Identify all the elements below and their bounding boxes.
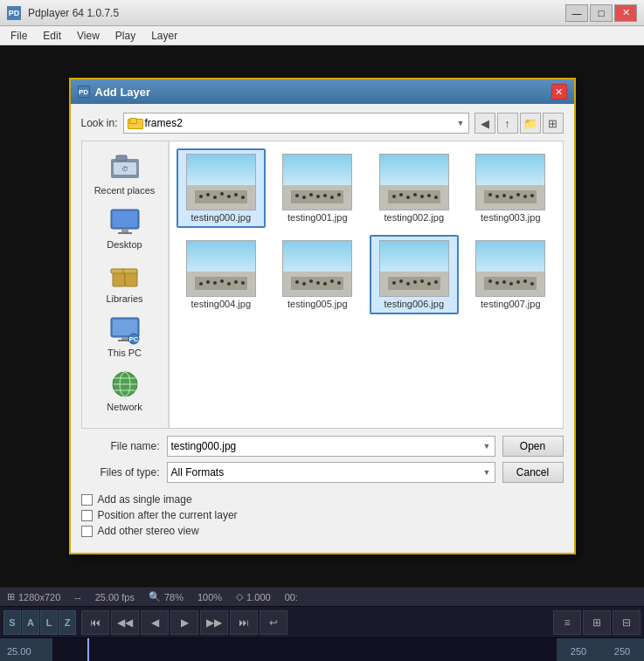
main-area: PD Add Layer ✕ Look in: frames2 ▼ — [0, 45, 644, 587]
sidebar-label-desktop: Desktop — [107, 239, 142, 250]
file-item-2[interactable]: testing002.jpg — [370, 148, 460, 228]
mode-btn-a[interactable]: A — [22, 610, 39, 635]
transport-loop[interactable]: ↩ — [260, 610, 287, 635]
menu-layer[interactable]: Layer — [144, 28, 184, 44]
timeline-playhead[interactable] — [87, 638, 89, 661]
nav-back-button[interactable]: ◀ — [474, 113, 495, 134]
dialog-title-bar: PD Add Layer ✕ — [71, 79, 574, 104]
svg-point-36 — [323, 194, 327, 197]
transport-extra-3[interactable]: ⊟ — [613, 610, 641, 635]
status-timecode: 00: — [285, 592, 298, 602]
close-button[interactable]: ✕ — [614, 4, 637, 22]
mode-btn-s[interactable]: S — [3, 610, 21, 635]
svg-rect-39 — [388, 190, 440, 203]
file-item-0[interactable]: testing000.jpg — [177, 148, 267, 228]
mode-btn-l[interactable]: L — [40, 610, 58, 635]
filename-value: testing000.jpg — [171, 440, 237, 452]
dialog-icon: PD — [78, 86, 90, 98]
svg-point-24 — [199, 195, 203, 198]
sidebar-label-this-pc: This PC — [107, 348, 142, 358]
sidebar-item-this-pc[interactable]: PC This PC — [90, 311, 160, 361]
svg-point-52 — [516, 193, 520, 196]
svg-point-46 — [434, 196, 438, 199]
nav-up-button[interactable]: ↑ — [497, 113, 518, 134]
svg-rect-5 — [113, 211, 137, 227]
maximize-button[interactable]: □ — [590, 4, 613, 22]
svg-point-82 — [502, 280, 506, 284]
transport-prev-frame[interactable]: ◀ — [141, 610, 169, 635]
svg-rect-14 — [121, 337, 128, 340]
menu-play[interactable]: Play — [108, 28, 142, 44]
mode-btn-z[interactable]: Z — [59, 610, 76, 635]
menu-view[interactable]: View — [70, 28, 107, 44]
file-name-1: testing001.jpg — [287, 212, 348, 223]
thumb-content-1 — [287, 186, 348, 208]
sidebar-item-recent-places[interactable]: ⏱ Recent places — [90, 148, 160, 199]
sidebar-label-recent: Recent places — [94, 185, 156, 196]
svg-point-66 — [309, 279, 313, 283]
svg-point-77 — [427, 282, 431, 286]
file-item-3[interactable]: testing003.jpg — [466, 148, 556, 228]
recent-places-icon: ⏱ — [109, 152, 141, 183]
menu-bar: File Edit View Play Layer — [0, 26, 644, 45]
view-toggle-button[interactable]: ⊞ — [543, 113, 564, 134]
status-scale: 100% — [197, 592, 222, 602]
minimize-button[interactable]: — — [565, 4, 588, 22]
checkbox-add-single[interactable] — [81, 494, 93, 506]
transport-extra-1[interactable]: ≡ — [553, 610, 581, 635]
lookin-dropdown[interactable]: frames2 ▼ — [123, 113, 469, 134]
svg-point-34 — [309, 193, 313, 196]
sidebar-item-network[interactable]: Network — [90, 365, 160, 416]
transport-skip-end[interactable]: ⏭ — [230, 610, 258, 635]
timeline-current-frame: 25.00 — [0, 638, 52, 661]
transport-next-frame[interactable]: ▶▶ — [200, 610, 228, 635]
file-item-5[interactable]: testing005.jpg — [273, 235, 363, 314]
checkbox-label-add-single: Add as single image — [98, 493, 192, 506]
timeline-track[interactable] — [52, 638, 557, 661]
menu-file[interactable]: File — [3, 28, 34, 44]
file-item-4[interactable]: testing004.jpg — [177, 235, 267, 314]
svg-point-33 — [302, 196, 306, 199]
filetype-row: Files of type: All Formats ▼ Cancel — [81, 462, 564, 483]
dialog-close-button[interactable]: ✕ — [551, 84, 567, 100]
svg-point-56 — [199, 282, 203, 286]
file-item-6[interactable]: testing006.jpg — [370, 235, 460, 314]
file-thumb-5 — [282, 240, 352, 297]
thumb-content-6 — [384, 272, 445, 294]
file-thumb-2 — [379, 154, 449, 210]
menu-edit[interactable]: Edit — [36, 28, 68, 44]
transport-step-back[interactable]: ◀◀ — [111, 610, 139, 635]
file-item-7[interactable]: testing007.jpg — [466, 235, 556, 314]
app-icon: PD — [7, 6, 21, 20]
filename-label: File name: — [81, 440, 160, 452]
svg-point-61 — [234, 280, 238, 284]
filetype-label: Files of type: — [81, 466, 160, 479]
svg-point-67 — [316, 281, 320, 285]
sidebar-item-desktop[interactable]: Desktop — [90, 203, 160, 253]
cancel-button[interactable]: Cancel — [502, 462, 564, 483]
svg-point-64 — [295, 280, 299, 284]
transport-extra-2[interactable]: ⊞ — [583, 610, 611, 635]
mode-buttons: S A L Z — [3, 610, 76, 635]
thumb-content-5 — [287, 272, 348, 294]
this-pc-icon: PC — [109, 314, 141, 346]
checkbox-row-0: Add as single image — [81, 493, 564, 506]
transport-skip-start[interactable]: ⏮ — [81, 610, 109, 635]
svg-rect-13 — [113, 320, 137, 335]
transport-play[interactable]: ▶ — [170, 610, 198, 635]
filetype-dropdown[interactable]: All Formats ▼ — [167, 462, 495, 483]
checkbox-add-stereo[interactable] — [81, 526, 93, 537]
filename-input[interactable]: testing000.jpg ▼ — [167, 436, 495, 457]
svg-point-29 — [234, 193, 238, 196]
svg-rect-55 — [195, 277, 247, 290]
svg-point-32 — [295, 194, 299, 197]
open-button[interactable]: Open — [502, 436, 564, 457]
svg-point-35 — [316, 195, 320, 198]
checkbox-position-after[interactable] — [81, 510, 93, 521]
thumb-content-3 — [480, 186, 541, 208]
new-folder-button[interactable]: 📁 — [520, 113, 541, 134]
sidebar-item-libraries[interactable]: Libraries — [90, 257, 160, 307]
svg-point-73 — [399, 279, 403, 283]
file-item-1[interactable]: testing001.jpg — [273, 148, 363, 228]
svg-point-74 — [406, 282, 410, 286]
